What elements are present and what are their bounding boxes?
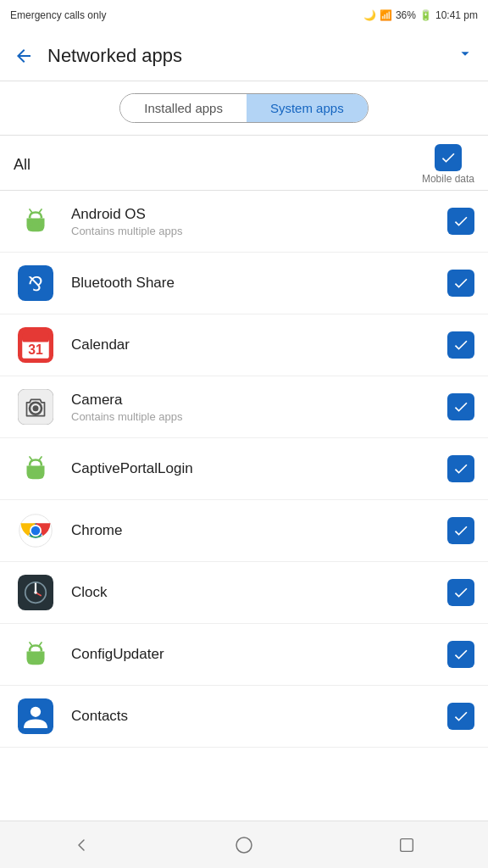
app-info-4: CaptivePortalLogin [71, 460, 447, 477]
app-row-5: Chrome [0, 500, 488, 562]
app-name-0: Android OS [71, 206, 447, 223]
battery-icon: 🔋 [419, 9, 432, 21]
svg-point-24 [31, 526, 41, 536]
app-checkbox-4[interactable] [447, 455, 474, 482]
svg-rect-39 [401, 838, 413, 851]
app-header: Networked apps [0, 31, 488, 81]
app-checkbox-1[interactable] [447, 270, 474, 297]
nav-home-button[interactable] [219, 828, 269, 862]
app-row-0: Android OSContains multiple apps [0, 191, 488, 253]
app-info-5: Chrome [71, 522, 447, 539]
app-name-7: ConfigUpdater [71, 646, 447, 663]
app-row-6: Clock [0, 562, 488, 624]
app-row-2: 31 Calendar [0, 314, 488, 376]
app-icon-3 [14, 385, 58, 429]
svg-point-18 [37, 462, 41, 465]
app-icon-2: 31 [14, 323, 58, 367]
app-row-3: CameraContains multiple apps [0, 376, 488, 438]
app-icon-0 [14, 199, 58, 243]
app-info-8: Contacts [71, 708, 447, 725]
wifi-icon: 📶 [380, 9, 392, 21]
app-checkbox-0[interactable] [447, 208, 474, 235]
tabs-container: Installed apps System apps [0, 81, 488, 136]
app-info-2: Calendar [71, 337, 447, 353]
tabs-wrapper: Installed apps System apps [119, 93, 368, 123]
svg-rect-31 [39, 652, 42, 659]
app-name-5: Chrome [71, 522, 447, 539]
app-info-6: Clock [71, 584, 447, 601]
svg-rect-10 [22, 333, 49, 342]
battery-percent: 36% [396, 9, 416, 21]
dropdown-button[interactable] [456, 44, 474, 67]
svg-point-29 [34, 591, 37, 594]
app-info-7: ConfigUpdater [71, 646, 447, 663]
tab-system-apps[interactable]: System apps [247, 94, 368, 122]
nav-back-button[interactable] [56, 828, 107, 862]
app-icon-4 [14, 447, 58, 491]
svg-point-2 [31, 214, 35, 218]
app-row-8: Contacts [0, 686, 488, 748]
all-checkbox[interactable] [435, 144, 462, 171]
app-icon-5 [14, 509, 58, 553]
app-info-3: CameraContains multiple apps [71, 392, 447, 423]
status-icons: 🌙 📶 36% 🔋 10:41 pm [363, 9, 478, 21]
app-name-4: CaptivePortalLogin [71, 460, 447, 477]
app-sub-3: Contains multiple apps [71, 410, 447, 423]
app-icon-8 [14, 694, 58, 738]
app-checkbox-2[interactable] [447, 331, 474, 359]
app-checkbox-8[interactable] [447, 703, 474, 730]
app-name-8: Contacts [71, 708, 447, 725]
svg-rect-1 [39, 219, 42, 226]
app-icon-7 [14, 632, 58, 676]
svg-point-32 [31, 648, 35, 651]
app-checkbox-5[interactable] [447, 517, 474, 544]
all-header-row: All Mobile data [0, 136, 488, 191]
svg-line-34 [30, 643, 32, 646]
app-checkbox-3[interactable] [447, 393, 474, 420]
app-checkbox-6[interactable] [447, 579, 474, 606]
svg-point-14 [33, 405, 39, 411]
svg-rect-0 [30, 219, 33, 226]
tab-installed-apps[interactable]: Installed apps [120, 94, 247, 122]
svg-point-38 [236, 837, 252, 853]
svg-line-5 [39, 209, 42, 213]
app-info-0: Android OSContains multiple apps [71, 206, 447, 237]
app-row-4: CaptivePortalLogin [0, 438, 488, 500]
all-right-column: Mobile data [422, 144, 474, 185]
svg-point-17 [31, 462, 35, 465]
back-button[interactable] [14, 46, 34, 66]
app-name-2: Calendar [71, 337, 447, 353]
time-display: 10:41 pm [435, 9, 478, 21]
bottom-navigation [0, 821, 488, 868]
svg-line-19 [30, 457, 32, 460]
mobile-data-label: Mobile data [422, 173, 474, 185]
app-row-7: ConfigUpdater [0, 624, 488, 686]
app-icon-1: ⅋ [14, 261, 58, 305]
svg-point-33 [37, 648, 41, 651]
nav-recent-button[interactable] [381, 828, 432, 862]
app-sub-0: Contains multiple apps [71, 225, 447, 237]
app-name-1: Bluetooth Share [71, 275, 447, 292]
status-emergency: Emergency calls only [10, 9, 106, 21]
page-title: Networked apps [47, 45, 456, 67]
svg-text:⅋: ⅋ [28, 273, 43, 295]
moon-icon: 🌙 [363, 9, 376, 21]
app-checkbox-7[interactable] [447, 641, 474, 668]
svg-line-4 [30, 209, 32, 213]
app-list: Android OSContains multiple apps ⅋ Bluet… [0, 191, 488, 840]
svg-text:31: 31 [28, 342, 43, 357]
status-bar: Emergency calls only 🌙 📶 36% 🔋 10:41 pm [0, 0, 488, 31]
app-name-3: Camera [71, 392, 447, 409]
app-info-1: Bluetooth Share [71, 275, 447, 292]
svg-rect-16 [39, 466, 42, 474]
all-label: All [14, 156, 30, 174]
svg-line-20 [39, 457, 42, 460]
svg-point-37 [30, 707, 41, 717]
app-icon-6 [14, 570, 58, 615]
app-row-1: ⅋ Bluetooth Share [0, 253, 488, 314]
svg-line-35 [39, 643, 42, 646]
svg-rect-15 [30, 466, 33, 474]
app-name-6: Clock [71, 584, 447, 601]
svg-point-3 [37, 214, 41, 218]
svg-rect-30 [30, 652, 33, 659]
